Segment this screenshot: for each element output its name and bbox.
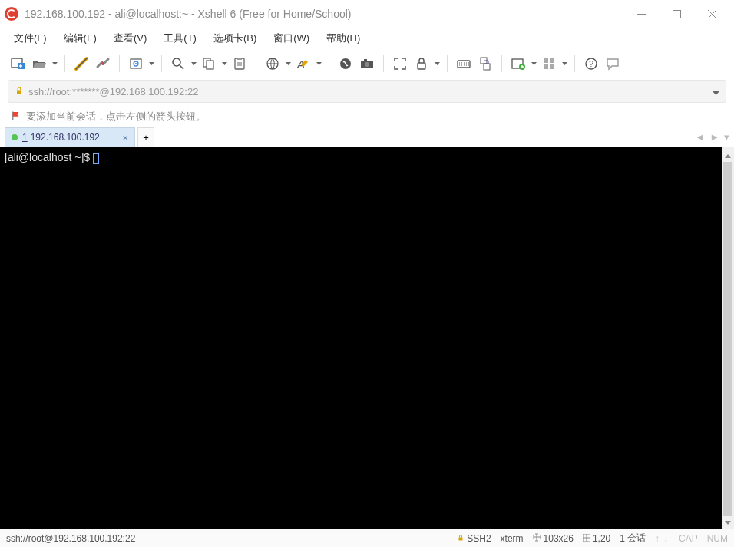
- properties-button[interactable]: [126, 54, 146, 74]
- svg-rect-31: [459, 537, 463, 540]
- scroll-down-button[interactable]: [722, 516, 734, 529]
- status-connection: ssh://root@192.168.100.192:22: [6, 533, 448, 544]
- script-button[interactable]: [336, 54, 355, 74]
- svg-text:?: ?: [589, 59, 593, 68]
- status-term: xterm: [501, 533, 524, 544]
- svg-rect-19: [458, 61, 470, 68]
- svg-point-3: [101, 62, 104, 65]
- globe-button[interactable]: [263, 54, 283, 74]
- toolbar-separator: [383, 55, 384, 72]
- toolbar-separator: [329, 55, 329, 72]
- help-button[interactable]: ?: [581, 54, 601, 74]
- plus-icon: +: [143, 132, 149, 143]
- address-bar[interactable]: ssh://root:*******@192.168.100.192:22: [8, 80, 726, 103]
- menu-help[interactable]: 帮助(H): [320, 28, 366, 48]
- disconnect-button[interactable]: [93, 54, 113, 74]
- tabs-bar: 1 192.168.100.192 × + ◄ ► ▾: [0, 127, 734, 147]
- svg-point-6: [135, 63, 137, 64]
- toolbar-separator: [119, 55, 120, 72]
- svg-rect-30: [17, 90, 21, 94]
- tile-button[interactable]: [539, 54, 559, 74]
- search-button[interactable]: [168, 54, 188, 74]
- reconnect-button[interactable]: [71, 54, 91, 74]
- svg-rect-24: [544, 58, 548, 63]
- status-num: NUM: [707, 533, 728, 544]
- open-session-button[interactable]: [29, 54, 49, 74]
- address-text: ssh://root:*******@192.168.100.192:22: [28, 86, 713, 97]
- status-protocol: SSH2: [457, 533, 491, 544]
- menu-tabs[interactable]: 选项卡(B): [207, 28, 263, 48]
- close-button[interactable]: [694, 2, 729, 25]
- scroll-up-button[interactable]: [722, 150, 734, 162]
- flag-icon: [11, 110, 21, 124]
- open-dropdown[interactable]: [51, 54, 58, 74]
- tab-label: 192.168.100.192: [31, 132, 100, 143]
- lock-button[interactable]: [412, 54, 431, 74]
- tab-next-button[interactable]: ►: [709, 131, 719, 143]
- tab-prev-button[interactable]: ◄: [695, 131, 705, 143]
- camera-button[interactable]: [357, 54, 377, 74]
- toolbar: A ?: [0, 49, 734, 78]
- tab-nav: ◄ ► ▾: [695, 127, 729, 147]
- paste-button[interactable]: [230, 54, 250, 74]
- terminal-area: [ali@localhost ~]$: [0, 147, 734, 529]
- svg-rect-18: [418, 63, 425, 69]
- fullscreen-button[interactable]: [390, 54, 410, 74]
- minimize-button[interactable]: [623, 2, 659, 25]
- svg-rect-9: [207, 61, 213, 69]
- svg-rect-0: [673, 10, 680, 18]
- svg-point-7: [173, 58, 180, 66]
- add-tab-button[interactable]: +: [137, 127, 154, 147]
- lock-dropdown[interactable]: [433, 54, 441, 74]
- scrollbar[interactable]: [722, 147, 734, 529]
- tab-close-button[interactable]: ×: [114, 132, 128, 143]
- toolbar-separator: [447, 55, 448, 72]
- tab-menu-button[interactable]: ▾: [724, 131, 729, 143]
- status-sess-num: 1: [620, 533, 625, 544]
- svg-rect-10: [235, 58, 244, 69]
- tile-dropdown[interactable]: [560, 54, 568, 74]
- properties-dropdown[interactable]: [147, 54, 155, 74]
- app-logo-icon: [5, 7, 18, 21]
- search-dropdown[interactable]: [190, 54, 197, 74]
- svg-rect-11: [237, 58, 242, 60]
- svg-point-16: [365, 62, 369, 67]
- font-button[interactable]: A: [293, 54, 313, 74]
- address-dropdown-icon[interactable]: [713, 86, 719, 97]
- tab-index: 1: [22, 132, 28, 143]
- status-sess-text: 会话: [627, 532, 646, 545]
- new-session-button[interactable]: [8, 54, 28, 74]
- status-transfer: ↑↓: [655, 533, 670, 544]
- session-tab[interactable]: 1 192.168.100.192 ×: [5, 127, 135, 147]
- scroll-thumb[interactable]: [723, 162, 732, 516]
- new-window-button[interactable]: [508, 54, 528, 74]
- status-encoding: 1,20: [583, 533, 610, 544]
- new-window-dropdown[interactable]: [530, 54, 537, 74]
- terminal[interactable]: [ali@localhost ~]$: [0, 147, 722, 529]
- grid-icon: [583, 533, 590, 544]
- chat-button[interactable]: [603, 54, 623, 74]
- menu-window[interactable]: 窗口(W): [267, 28, 316, 48]
- toolbar-separator: [256, 55, 256, 72]
- status-proto-text: SSH2: [467, 533, 491, 544]
- copy-dropdown[interactable]: [220, 54, 228, 74]
- scroll-track[interactable]: [722, 162, 734, 516]
- resize-icon: [533, 533, 541, 544]
- maximize-button[interactable]: [659, 2, 694, 25]
- toolbar-separator: [161, 55, 162, 72]
- menu-view[interactable]: 查看(V): [107, 28, 153, 48]
- globe-dropdown[interactable]: [284, 54, 292, 74]
- toolbar-separator: [64, 55, 65, 72]
- keyboard-button[interactable]: [454, 54, 474, 74]
- menu-edit[interactable]: 编辑(E): [58, 28, 103, 48]
- font-dropdown[interactable]: [315, 54, 322, 74]
- svg-rect-25: [550, 58, 554, 63]
- transfer-button[interactable]: [475, 54, 495, 74]
- menu-tools[interactable]: 工具(T): [157, 28, 203, 48]
- copy-button[interactable]: [199, 54, 219, 74]
- status-bar: ssh://root@192.168.100.192:22 SSH2 xterm…: [0, 529, 734, 547]
- hint-bar: 要添加当前会话，点击左侧的箭头按钮。: [0, 106, 734, 127]
- menu-file[interactable]: 文件(F): [8, 28, 53, 48]
- title-bar: 192.168.100.192 - ali@localhost:~ - Xshe…: [0, 0, 734, 28]
- status-size: 103x26: [533, 533, 574, 544]
